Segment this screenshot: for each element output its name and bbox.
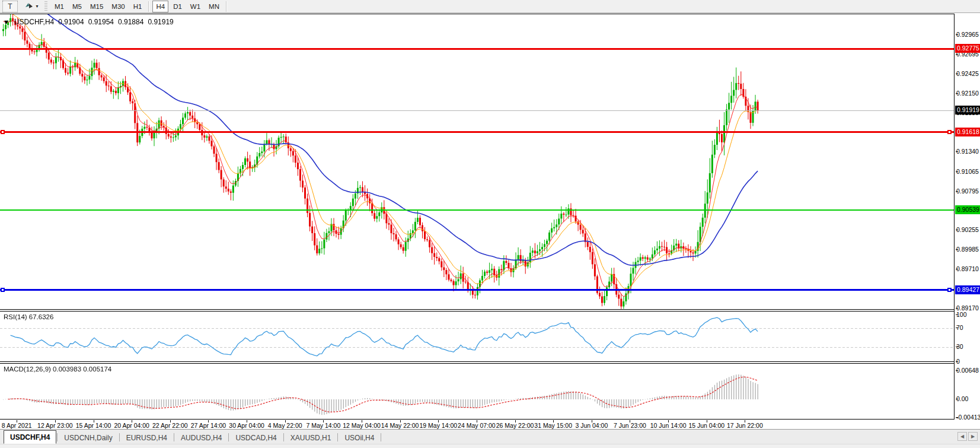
timeframe-button-m1[interactable]: M1 [51, 1, 68, 12]
rsi-axis-tick: 100 [956, 311, 980, 318]
timeframe-button-m5[interactable]: M5 [69, 1, 85, 12]
timeframe-group: M1M5M15M30H1H4D1W1MN [50, 1, 229, 12]
tick-mark [956, 171, 958, 172]
main-chart-canvas[interactable] [0, 14, 954, 310]
date-label: 22 Apr 22:00 [152, 422, 188, 429]
timeframe-button-mn[interactable]: MN [205, 1, 223, 12]
chart-tab-usdcad-h4[interactable]: USDCAD,H4 [229, 431, 282, 444]
rsi-axis-tick: 30 [956, 343, 980, 350]
timeframe-button-m15[interactable]: M15 [87, 1, 107, 12]
price-badge-last-price: 0.91919 [955, 106, 980, 115]
date-label: 3 Jun 04:00 [575, 422, 608, 429]
macd-axis-tick: 0.00648 [956, 367, 980, 374]
price-tick: 0.91340 [956, 148, 980, 155]
toolbar-separator [148, 1, 149, 12]
date-label: 24 May 07:00 [458, 422, 496, 429]
tabs-scroll-left-button[interactable]: ◀ [957, 432, 967, 441]
toolbar: T ▾ M1M5M15M30H1H4D1W1MN [0, 0, 980, 13]
price-badge-support: 0.89427 [955, 285, 980, 294]
tabs-scroll-right-button[interactable]: ▶ [968, 432, 978, 441]
resistance-line [0, 131, 954, 133]
chart-tab-usdcnh-daily[interactable]: USDCNH,Daily [58, 431, 118, 444]
mt4-window: T ▾ M1M5M15M30H1H4D1W1MN ▼ USDCHF,H4 0.9… [0, 0, 980, 448]
chart-tab-eurusd-h4[interactable]: EURUSD,H4 [120, 431, 173, 444]
tick-mark [956, 151, 958, 152]
text-tool-button[interactable]: T [2, 1, 18, 12]
price-tick: 0.89710 [956, 265, 980, 272]
chart-tab-xauusd-h1[interactable]: XAUUSD,H1 [285, 431, 337, 444]
chart-tab-usoil-h4[interactable]: USOil,H4 [339, 431, 380, 444]
arrow-objects-button[interactable]: ▾ [21, 1, 42, 12]
price-tick: 0.92150 [956, 90, 980, 97]
timeframe-button-m30[interactable]: M30 [108, 1, 128, 12]
date-label: 8 Apr 2021 [2, 422, 32, 429]
toolbar-grip[interactable] [44, 1, 47, 12]
tick-mark [956, 93, 958, 94]
tick-mark [956, 230, 958, 230]
timeframe-button-h1[interactable]: H1 [130, 1, 146, 12]
rsi-pane: RSI(14) 67.6326 [0, 311, 954, 362]
rsi-axis-tick: 70 [956, 324, 980, 331]
rsi-axis-tick: 0 [956, 358, 980, 365]
timeframe-button-w1[interactable]: W1 [187, 1, 204, 12]
status-bar [0, 444, 980, 448]
price-badge-support: 0.90539 [955, 205, 980, 214]
ohlc-open: 0.91904 [58, 18, 84, 26]
support-line [0, 209, 954, 211]
level-anchor-marker[interactable] [1, 288, 5, 292]
tick-mark [956, 417, 958, 418]
level-anchor-marker[interactable] [947, 288, 952, 292]
tab-separator [174, 433, 174, 441]
rsi-label: RSI(14) 67.6326 [4, 313, 53, 320]
date-label: 12 May 04:00 [343, 422, 381, 429]
level-anchor-marker[interactable] [947, 130, 952, 134]
macd-label: MACD(12,26,9) 0.003983 0.005174 [4, 366, 111, 373]
timeframe-button-d1[interactable]: D1 [170, 1, 186, 12]
price-tick: 0.91065 [956, 168, 980, 175]
price-tick: 0.90255 [956, 226, 980, 233]
date-label: 27 Apr 14:00 [191, 422, 226, 429]
ohlc-low: 0.91884 [118, 18, 143, 26]
macd-pane: MACD(12,26,9) 0.003983 0.005174 [0, 363, 954, 420]
date-label: 30 Apr 04:00 [229, 422, 264, 429]
chart-symbol-period: USDCHF,H4 [14, 18, 54, 26]
tab-separator [57, 433, 58, 441]
level-anchor-marker[interactable] [1, 130, 5, 134]
tick-mark [956, 191, 958, 192]
chart-tab-usdchf-h4[interactable]: USDCHF,H4 [4, 430, 56, 444]
macd-canvas[interactable] [0, 364, 954, 420]
timeframe-button-h4[interactable]: H4 [152, 1, 168, 12]
chart-tab-bar: USDCHF,H4USDCNH,DailyEURUSD,H4AUDUSD,H4U… [0, 429, 980, 444]
date-axis[interactable]: 8 Apr 202112 Apr 23:0015 Apr 14:0020 Apr… [0, 420, 954, 429]
date-label: 10 Jun 14:00 [650, 422, 687, 429]
last-price-line [0, 110, 954, 111]
date-label: 7 May 14:00 [306, 422, 340, 429]
date-label: 15 Jun 04:00 [688, 422, 724, 429]
arrows-icon [24, 1, 34, 12]
tick-mark [956, 54, 958, 55]
tick-mark [956, 269, 958, 269]
ohlc-close: 0.91919 [148, 18, 173, 26]
chart-title: ▼ USDCHF,H4 0.91904 0.91954 0.91884 0.91… [3, 18, 174, 26]
tab-separator [119, 433, 120, 441]
tick-mark [956, 34, 958, 35]
tab-separator [283, 433, 284, 441]
date-label: 17 Jun 22:00 [727, 422, 763, 429]
resistance-line [0, 48, 954, 50]
chart-tab-audusd-h4[interactable]: AUDUSD,H4 [175, 431, 228, 444]
tab-separator [337, 433, 338, 441]
support-line [0, 289, 954, 291]
tick-mark [956, 308, 958, 309]
date-label: 20 Apr 04:00 [114, 422, 149, 429]
price-axis[interactable]: 0.929650.926950.924250.921500.918800.913… [955, 14, 980, 420]
date-label: 31 May 15:00 [534, 422, 572, 429]
rsi-canvas[interactable] [0, 312, 954, 363]
tick-mark [956, 347, 958, 347]
price-badge-resistance: 0.91618 [955, 128, 980, 136]
object-arrow-icon: ▼ [3, 18, 9, 26]
macd-axis-tick: 0.00 [956, 395, 980, 402]
tick-mark [956, 314, 958, 315]
tick-mark [956, 370, 958, 371]
tab-separator [228, 433, 229, 441]
tick-mark [956, 361, 958, 362]
